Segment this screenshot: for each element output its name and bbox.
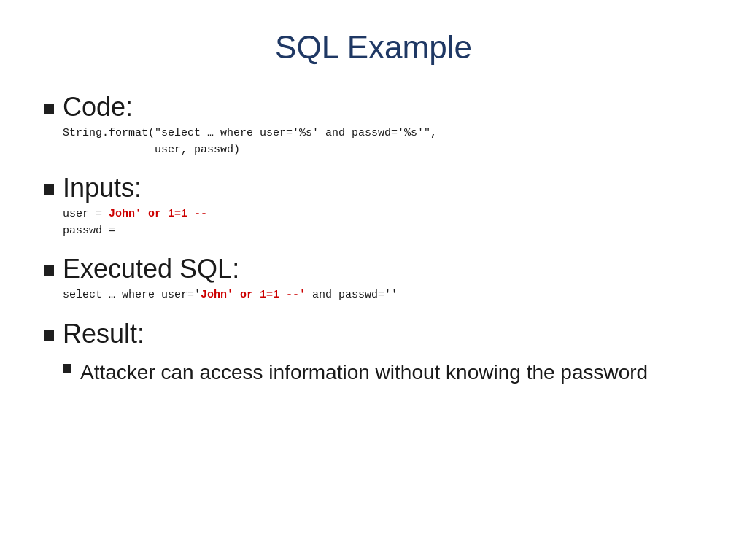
result-sub-bullet-text-1: Attacker can access information without …: [80, 358, 648, 386]
code-block-code: String.format("select … where user='%s' …: [63, 125, 703, 158]
inputs-line-2: passwd =: [63, 223, 703, 240]
code-block-executed: select … where user='John' or 1=1 --' an…: [63, 287, 703, 304]
code-header: Code:: [44, 92, 703, 122]
inputs-label: Inputs:: [63, 173, 142, 203]
content-area: Code: String.format("select … where user…: [44, 92, 703, 386]
code-line-2: user, passwd): [63, 142, 703, 159]
bullet-square-inputs: [44, 184, 54, 195]
inputs-red-value: John' or 1=1 --: [109, 208, 207, 220]
sub-bullet-square-1: [63, 364, 71, 373]
page-title: SQL Example: [44, 29, 703, 66]
bullet-square-code: [44, 104, 54, 114]
code-line-1: String.format("select … where user='%s' …: [63, 125, 703, 142]
result-sub-bullet-1: Attacker can access information without …: [63, 358, 703, 386]
bullet-square-executed: [44, 265, 54, 276]
executed-sql-section: Executed SQL: select … where user='John'…: [44, 254, 703, 304]
inputs-line-1: user = John' or 1=1 --: [63, 206, 703, 223]
executed-sql-header: Executed SQL:: [44, 254, 703, 284]
result-label: Result:: [63, 319, 144, 349]
code-label: Code:: [63, 92, 133, 122]
inputs-header: Inputs:: [44, 173, 703, 203]
executed-red-value: John' or 1=1 --': [201, 289, 306, 301]
executed-sql-label: Executed SQL:: [63, 254, 239, 284]
executed-sql-line-1: select … where user='John' or 1=1 --' an…: [63, 287, 703, 304]
result-section: Result: Attacker can access information …: [44, 319, 703, 386]
bullet-square-result: [44, 330, 54, 341]
code-section: Code: String.format("select … where user…: [44, 92, 703, 158]
inputs-section: Inputs: user = John' or 1=1 -- passwd =: [44, 173, 703, 239]
result-header: Result:: [44, 319, 703, 349]
result-sub-bullets: Attacker can access information without …: [63, 358, 703, 386]
code-block-inputs: user = John' or 1=1 -- passwd =: [63, 206, 703, 239]
